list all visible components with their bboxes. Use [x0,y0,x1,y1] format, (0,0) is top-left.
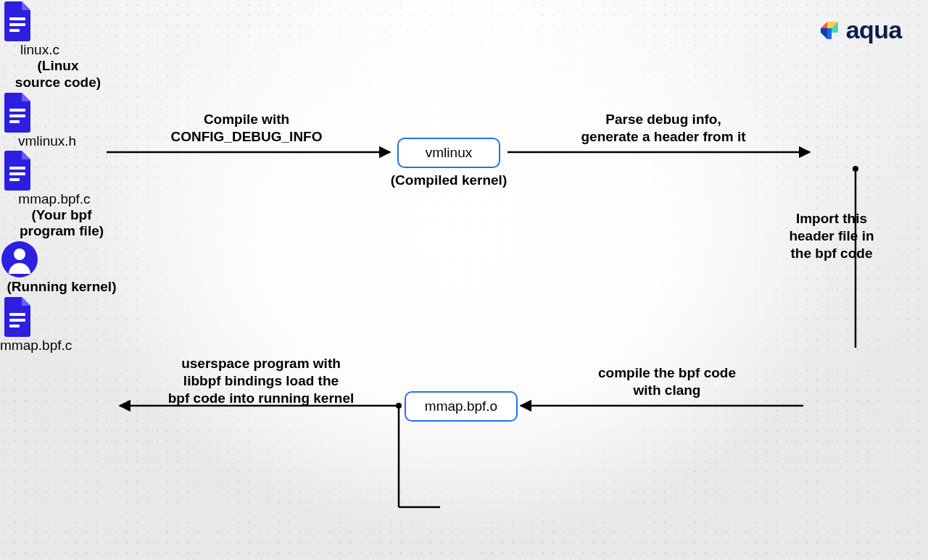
edge-parse-label: Parse debug info, generate a header from… [551,111,776,146]
svg-rect-11 [9,29,20,32]
file-icon [0,0,35,42]
edge-import-label: Import this header file in the bpf code [770,210,893,262]
node-kernel-sub: (Running kernel) [0,279,123,296]
brand-logo: aqua [819,16,902,44]
connectors [0,0,928,560]
node-mmapbpfc-label: mmap.bpf.c [0,191,109,207]
node-mmapbpfc2-label: mmap.bpf.c [0,338,102,354]
file-icon [0,149,35,191]
node-mmapbpfc-sub: (Your bpf program file) [0,207,123,241]
node-vmlinuxh-label: vmlinux.h [0,133,94,149]
node-linuxc-label: linux.c [0,42,80,58]
svg-rect-12 [9,109,25,112]
svg-rect-13 [9,114,25,117]
node-mmapbpfo-box: mmap.bpf.o [405,391,518,422]
node-linuxc-sub: (Linux source code) [0,58,116,91]
file-icon [0,296,35,338]
svg-point-6 [396,403,402,409]
svg-rect-22 [9,325,20,327]
svg-rect-15 [9,167,25,170]
svg-rect-9 [9,17,25,20]
diagram-canvas: aqua linux.c (Linux source code) Compile… [0,0,928,560]
brand-logo-text: aqua [846,16,902,44]
edge-compile-label: Compile with CONFIG_DEBUG_INFO [145,111,348,146]
edge-load-label: userspace program with libbpf bindings l… [141,355,381,406]
svg-rect-17 [9,178,20,181]
aqua-logo-icon [819,20,840,41]
svg-point-2 [853,166,858,172]
node-vmlinux-sub: (Compiled kernel) [383,172,515,188]
svg-rect-20 [9,313,25,316]
svg-point-19 [14,248,25,260]
svg-rect-10 [9,23,25,26]
person-icon [0,240,39,279]
svg-rect-16 [9,172,25,175]
node-vmlinux-box: vmlinux [397,138,500,168]
svg-rect-14 [9,120,20,123]
edge-clang-label: compile the bpf code with clang [566,364,768,399]
svg-rect-21 [9,319,25,322]
file-icon [0,91,35,133]
node-mmapbpfo-label: mmap.bpf.o [425,398,497,414]
node-vmlinux-label: vmlinux [426,145,472,161]
